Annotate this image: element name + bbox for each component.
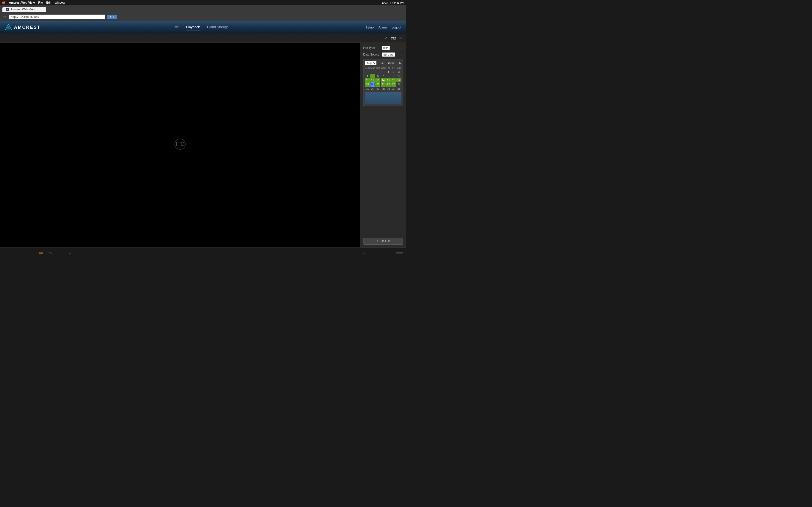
cal-day-8[interactable]: 8 [386, 74, 391, 78]
cal-day-30[interactable]: 30 [391, 87, 396, 91]
cal-day-7[interactable]: 7 [380, 74, 386, 78]
slow-motion-button[interactable]: ◀▶ [29, 251, 36, 254]
screenshot-icon[interactable]: 📷 [391, 36, 396, 40]
cal-day-17[interactable]: 17 [396, 78, 401, 82]
battery-status: 100% [382, 1, 388, 4]
mac-menubar: 🍎 Amcrest Web View File Edit Window 100%… [0, 0, 406, 5]
year-display: 2019 [388, 61, 395, 65]
window-menu[interactable]: Window [55, 1, 65, 4]
app-nav: AMCREST Live Playback Cloud Storage Setu… [0, 21, 406, 34]
data-source-select-wrapper: SD Card [382, 52, 403, 57]
browser-titlebar: Amcrest Web View [0, 5, 406, 13]
file-type-select[interactable]: mp4 dav [382, 46, 390, 50]
cal-day-2[interactable]: 2 [391, 70, 396, 74]
tab-title: Amcrest Web View [11, 8, 35, 11]
cal-day-empty-0 [365, 70, 370, 74]
volume-right-icon: 🔊 [67, 253, 71, 253]
weekday-sun: Sun [365, 67, 370, 69]
video-placeholder-icon [174, 138, 186, 152]
download-button[interactable]: ⊟ [396, 252, 403, 254]
data-source-row: Data Source SD Card [363, 52, 403, 57]
cal-day-23[interactable]: 23 [391, 82, 396, 87]
browser-chrome: Amcrest Web View ↺ Go [0, 5, 406, 21]
prev-month-button[interactable]: ◀ [381, 61, 383, 65]
file-type-row: File Type mp4 dav [363, 46, 403, 50]
player-right: ⎘ 00:00:00 - 00:00:00 ⊟ [363, 252, 403, 254]
browser-tab[interactable]: Amcrest Web View [2, 7, 46, 12]
clip-icon[interactable]: ⎘ [363, 252, 366, 253]
nav-setup[interactable]: Setup [365, 25, 373, 29]
cal-day-13[interactable]: 13 [375, 78, 380, 82]
data-source-select[interactable]: SD Card [382, 52, 395, 57]
cal-day-25[interactable]: 25 [365, 87, 370, 91]
cal-day-14[interactable]: 14 [380, 78, 386, 82]
main-content: File Type mp4 dav Data Source SD Card Au… [0, 43, 406, 247]
nav-cloud-storage[interactable]: Cloud Storage [207, 24, 229, 31]
cal-day-5[interactable]: 5 [370, 74, 375, 78]
nav-right: Setup Alarm Logout [365, 25, 401, 29]
cal-day-26[interactable]: 26 [370, 87, 375, 91]
edit-menu[interactable]: Edit [46, 1, 51, 4]
cal-day-27[interactable]: 27 [375, 87, 380, 91]
apple-menu[interactable]: 🍎 [2, 1, 6, 4]
cal-day-9[interactable]: 9 [391, 74, 396, 78]
nav-logout[interactable]: Logout [392, 25, 401, 29]
svg-rect-5 [176, 142, 182, 146]
weekday-sat: Sat [396, 67, 401, 69]
cal-day-16[interactable]: 16 [391, 78, 396, 82]
weekday-thu: Thu [386, 67, 391, 69]
cal-day-21[interactable]: 21 [380, 82, 386, 87]
cal-day-3[interactable]: 3 [396, 70, 401, 74]
play-button[interactable]: ▶ [3, 251, 10, 254]
cal-day-10[interactable]: 10 [396, 74, 401, 78]
volume-control: 🔊 🔊 [46, 251, 71, 254]
cal-day-19[interactable]: 19 [370, 82, 375, 87]
cal-day-1[interactable]: 1 [386, 70, 391, 74]
nav-playback[interactable]: Playback [186, 24, 200, 31]
cal-day-28[interactable]: 28 [380, 87, 386, 91]
file-list-button[interactable]: ≡ File List [363, 238, 403, 244]
cal-day-22[interactable]: 22 [386, 82, 391, 87]
amcrest-logo-icon [5, 24, 12, 31]
file-list-label: File List [379, 239, 390, 243]
calendar-grid: Sun Mon Tue Wed Thu Fri Sat 123456789101… [365, 67, 401, 91]
cal-day-24[interactable]: 24 [396, 82, 401, 87]
cal-day-15[interactable]: 15 [386, 78, 391, 82]
cal-day-4[interactable]: 4 [365, 74, 370, 78]
time-display: 00:00:00 - 00:00:00 [368, 253, 394, 254]
cal-day-12[interactable]: 12 [370, 78, 375, 82]
cal-day-11[interactable]: 11 [365, 78, 370, 82]
volume-button[interactable]: 🔊 [46, 251, 53, 254]
weekday-wed: Wed [380, 67, 386, 69]
fullscreen-icon[interactable]: ⤢ [385, 36, 388, 40]
data-source-label: Data Source [363, 53, 380, 56]
cal-day-6[interactable]: 6 [375, 74, 380, 78]
calendar: Aug ◀ 2019 ▶ Sun Mon Tue Wed Thu Fri Sat… [363, 59, 403, 106]
cal-day-20[interactable]: 20 [375, 82, 380, 87]
step-forward-button[interactable]: ▶| [20, 251, 27, 254]
url-input[interactable] [9, 14, 105, 19]
settings-icon[interactable]: ⚙ [399, 36, 403, 40]
go-button[interactable]: Go [107, 15, 117, 19]
cal-day-empty-1 [370, 70, 375, 74]
calendar-header: Aug ◀ 2019 ▶ [365, 61, 401, 65]
stop-button[interactable]: ■ [12, 251, 18, 254]
cal-day-29[interactable]: 29 [386, 87, 391, 91]
browser-tab-icon [6, 8, 9, 11]
month-select[interactable]: Aug [365, 61, 376, 65]
nav-live[interactable]: Live [172, 24, 179, 31]
nav-alarm[interactable]: Alarm [378, 25, 387, 29]
svg-rect-1 [7, 9, 8, 10]
app-logo: AMCREST [5, 24, 41, 31]
next-month-button[interactable]: ▶ [399, 61, 401, 65]
fast-forward-button[interactable]: ⏩ [38, 251, 45, 254]
cal-day-31[interactable]: 31 [396, 87, 401, 91]
svg-marker-6 [182, 142, 184, 146]
cal-day-18[interactable]: 18 [365, 82, 370, 87]
volume-handle [57, 253, 59, 254]
refresh-button[interactable]: ↺ [2, 15, 7, 19]
app-menu-name[interactable]: Amcrest Web View [9, 1, 35, 4]
cal-day-empty-3 [380, 70, 386, 74]
weekday-mon: Mon [370, 67, 375, 69]
file-menu[interactable]: File [38, 1, 43, 4]
